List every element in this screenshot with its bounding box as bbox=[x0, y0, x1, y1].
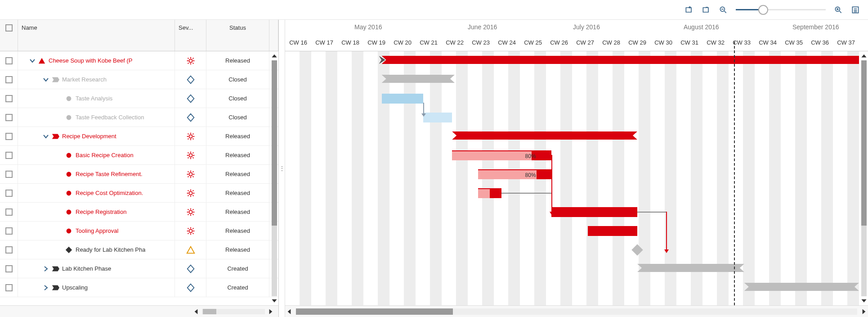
scroll-left-icon[interactable] bbox=[285, 308, 293, 316]
scroll-right-icon[interactable] bbox=[860, 308, 868, 316]
row-checkbox[interactable] bbox=[5, 190, 13, 197]
header-name[interactable]: Name bbox=[18, 20, 175, 51]
zoom-slider[interactable] bbox=[736, 5, 826, 14]
table-row[interactable]: Recipe Development Released bbox=[0, 127, 278, 146]
status-cell: Released bbox=[206, 203, 269, 221]
table-row[interactable]: Ready for Lab Kitchen Pha Released bbox=[0, 240, 278, 259]
week-label: CW 19 bbox=[363, 39, 389, 46]
scroll-right-icon[interactable] bbox=[267, 308, 275, 316]
gantt-body[interactable]: 80%80% bbox=[285, 51, 868, 305]
table-row[interactable]: Basic Recipe Creation Released bbox=[0, 146, 278, 165]
row-checkbox[interactable] bbox=[5, 152, 13, 159]
summary-bar[interactable] bbox=[382, 75, 455, 83]
week-label: CW 34 bbox=[755, 39, 781, 46]
table-row[interactable]: Taste Feedback Collection Closed bbox=[0, 108, 278, 127]
svg-point-6 bbox=[189, 135, 192, 138]
scroll-up-icon[interactable] bbox=[860, 51, 868, 60]
row-checkbox[interactable] bbox=[5, 227, 13, 235]
expander-icon[interactable] bbox=[42, 284, 49, 291]
task-bar[interactable] bbox=[588, 226, 637, 236]
table-row[interactable]: Market Research Closed bbox=[0, 70, 278, 89]
svg-point-16 bbox=[189, 229, 192, 232]
week-label: CW 30 bbox=[650, 39, 676, 46]
header-sev[interactable]: Sev... bbox=[175, 20, 206, 51]
row-checkbox[interactable] bbox=[5, 246, 13, 254]
scroll-up-icon[interactable] bbox=[270, 51, 278, 60]
row-checkbox[interactable] bbox=[5, 208, 13, 216]
table-row[interactable]: Cheese Soup with Kobe Beef (P Released bbox=[0, 51, 278, 70]
task-bar[interactable]: 80% bbox=[452, 150, 551, 160]
svg-point-14 bbox=[189, 210, 192, 213]
table-row[interactable]: Tooling Approval Released bbox=[0, 222, 278, 240]
summary-bar[interactable] bbox=[637, 264, 744, 272]
task-bar[interactable] bbox=[382, 94, 424, 104]
severity-icon bbox=[175, 165, 206, 183]
month-label: August 2016 bbox=[684, 23, 719, 31]
severity-icon bbox=[175, 222, 206, 240]
zoom-out-icon[interactable] bbox=[719, 5, 728, 14]
scroll-down-icon[interactable] bbox=[270, 296, 278, 305]
task-bar[interactable] bbox=[478, 188, 501, 198]
summary-bar[interactable] bbox=[452, 131, 637, 140]
gantt-hscroll[interactable] bbox=[285, 305, 868, 317]
month-label: July 2016 bbox=[573, 23, 600, 31]
summary-bar[interactable] bbox=[744, 283, 859, 291]
row-checkbox[interactable] bbox=[5, 133, 13, 140]
gantt-panel: May 2016June 2016July 2016August 2016Sep… bbox=[285, 20, 868, 317]
row-checkbox[interactable] bbox=[5, 171, 13, 178]
row-type-icon bbox=[38, 57, 46, 65]
row-checkbox[interactable] bbox=[5, 57, 13, 64]
row-label: Ready for Lab Kitchen Pha bbox=[76, 246, 145, 253]
zoom-slider-thumb[interactable] bbox=[758, 5, 768, 15]
status-cell: Released bbox=[206, 240, 269, 259]
row-type-icon bbox=[65, 95, 73, 103]
table-row[interactable]: Upscaling Created bbox=[0, 278, 278, 297]
row-type-icon bbox=[51, 265, 59, 273]
table-row[interactable]: Recipe Cost Optimization. Released bbox=[0, 184, 278, 203]
zoom-slider-fill bbox=[736, 9, 761, 10]
grip-icon: ⋮ bbox=[279, 165, 285, 172]
table-row[interactable]: Recipe Taste Refinement. Released bbox=[0, 165, 278, 184]
task-bar[interactable] bbox=[423, 113, 452, 122]
select-all-checkbox[interactable] bbox=[5, 24, 13, 32]
expander-icon[interactable] bbox=[42, 133, 49, 140]
week-label: CW 16 bbox=[285, 39, 311, 46]
tree-panel: Name Sev... Status Cheese Soup with Kobe… bbox=[0, 20, 279, 317]
remove-panel-icon[interactable] bbox=[702, 5, 711, 14]
task-bar[interactable] bbox=[551, 207, 637, 217]
milestone-icon[interactable] bbox=[631, 244, 643, 255]
status-cell: Closed bbox=[206, 89, 269, 108]
expander-icon[interactable] bbox=[42, 76, 49, 83]
add-panel-icon[interactable] bbox=[685, 5, 694, 14]
header-status[interactable]: Status bbox=[206, 20, 269, 51]
table-row[interactable]: Recipe Registration Released bbox=[0, 203, 278, 222]
legend-icon[interactable] bbox=[851, 5, 860, 14]
expander-icon bbox=[56, 152, 63, 159]
row-label: Recipe Registration bbox=[76, 208, 126, 215]
row-checkbox[interactable] bbox=[5, 114, 13, 121]
scroll-down-icon[interactable] bbox=[860, 296, 868, 305]
status-cell: Released bbox=[206, 184, 269, 202]
gantt-vscroll[interactable] bbox=[860, 51, 868, 305]
row-checkbox[interactable] bbox=[5, 76, 13, 83]
row-type-icon bbox=[65, 151, 73, 159]
task-bar[interactable]: 80% bbox=[478, 169, 551, 179]
expander-icon[interactable] bbox=[29, 57, 36, 64]
table-row[interactable]: Lab Kitchen Phase Created bbox=[0, 259, 278, 278]
progress-label: 80% bbox=[525, 170, 536, 180]
expander-icon bbox=[56, 190, 63, 197]
row-label: Cheese Soup with Kobe Beef (P bbox=[49, 57, 132, 64]
scroll-left-icon[interactable] bbox=[192, 308, 200, 316]
splitter[interactable]: ⋮ bbox=[279, 20, 285, 317]
row-checkbox[interactable] bbox=[5, 265, 13, 272]
table-row[interactable]: Taste Analysis Closed bbox=[0, 89, 278, 108]
row-type-icon bbox=[65, 246, 73, 254]
summary-bar[interactable] bbox=[382, 56, 859, 64]
tree-hscroll[interactable] bbox=[0, 305, 278, 317]
row-checkbox[interactable] bbox=[5, 284, 13, 291]
row-checkbox[interactable] bbox=[5, 95, 13, 102]
tree-vscroll[interactable] bbox=[270, 51, 278, 305]
zoom-in-icon[interactable] bbox=[834, 5, 843, 14]
row-type-icon bbox=[51, 76, 59, 84]
expander-icon[interactable] bbox=[42, 265, 49, 272]
